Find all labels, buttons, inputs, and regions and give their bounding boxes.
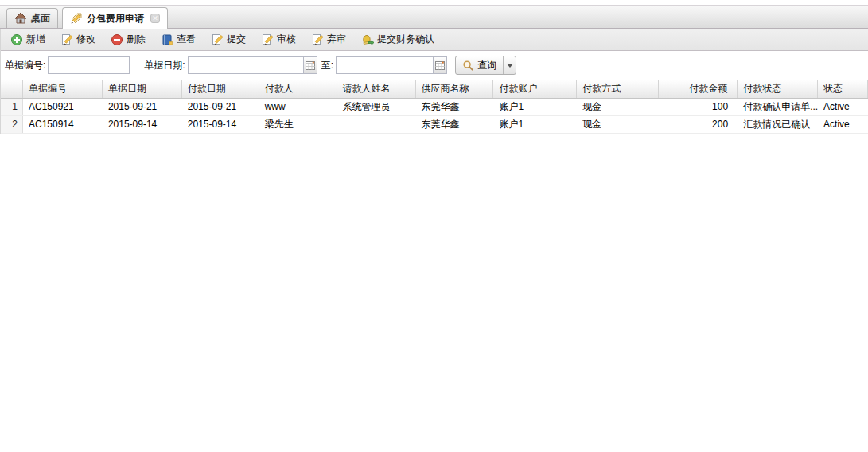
search-icon: [462, 60, 474, 72]
unaudit-button[interactable]: 弃审: [306, 30, 351, 49]
column-header[interactable]: 单据编号: [23, 80, 103, 98]
column-header[interactable]: 付款日期: [182, 80, 259, 98]
column-header[interactable]: 请款人姓名: [337, 80, 416, 98]
submit-icon: [211, 33, 224, 46]
button-label: 修改: [76, 33, 95, 46]
doc-no-label: 单据编号:: [5, 59, 45, 72]
column-header[interactable]: 付款金额: [659, 80, 738, 98]
filter-bar: 单据编号: 单据日期: 至:: [1, 51, 868, 80]
button-label: 查看: [177, 33, 196, 46]
home-icon: [14, 12, 27, 25]
table-cell: 系统管理员: [337, 99, 416, 115]
date-to-trigger[interactable]: [433, 56, 447, 74]
table-cell: 梁先生: [259, 116, 337, 133]
add-icon: [10, 33, 23, 46]
tab-label: 分包费用申请: [87, 12, 144, 25]
table-cell: 现金: [577, 99, 659, 115]
delete-button[interactable]: 删除: [106, 30, 150, 49]
button-label: 提交: [227, 33, 246, 46]
table-cell: 2015-09-21: [182, 99, 259, 115]
doc-date-label: 单据日期:: [144, 59, 185, 72]
table-cell: 100: [659, 99, 738, 115]
column-header[interactable]: 状态: [818, 80, 868, 98]
unaudit-icon: [311, 33, 324, 46]
close-icon[interactable]: ✕: [150, 14, 160, 23]
edit-icon: [60, 33, 73, 46]
column-header[interactable]: 付款账户: [493, 80, 577, 98]
grid-header: 单据编号单据日期付款日期付款人请款人姓名供应商名称付款账户付款方式付款金额付款状…: [1, 80, 868, 99]
table-row[interactable]: 1AC1509212015-09-212015-09-21www系统管理员东莞华…: [1, 99, 868, 116]
table-cell: 2015-09-14: [103, 116, 182, 133]
tab-bar: 桌面 分包费用申请 ✕: [0, 5, 868, 29]
table-row[interactable]: 2AC1509142015-09-142015-09-14梁先生东莞华鑫账户1现…: [1, 116, 868, 134]
table-cell: 2015-09-14: [182, 116, 259, 133]
table-cell: Active: [818, 116, 868, 133]
to-label: 至:: [321, 59, 333, 72]
finance-confirm-icon: [361, 33, 374, 46]
search-button[interactable]: 查询: [456, 56, 503, 74]
tab-desktop[interactable]: 桌面: [6, 8, 58, 28]
view-button[interactable]: 查看: [156, 30, 200, 49]
table-cell: 2015-09-21: [103, 99, 182, 115]
doc-no-input[interactable]: [48, 56, 130, 74]
table-cell: 汇款情况已确认: [738, 116, 818, 133]
button-label: 提交财务确认: [377, 33, 434, 46]
table-cell: Active: [818, 99, 868, 115]
grid-body: 1AC1509212015-09-212015-09-21www系统管理员东莞华…: [1, 99, 868, 134]
column-header[interactable]: 付款状态: [738, 80, 818, 98]
column-header[interactable]: 付款方式: [577, 80, 659, 98]
view-icon: [161, 33, 173, 46]
tag-pencil-icon: [70, 12, 83, 25]
add-button[interactable]: 新增: [6, 30, 50, 49]
row-number-cell: 1: [1, 99, 23, 115]
submit-finance-confirm-button[interactable]: 提交财务确认: [356, 30, 439, 49]
table-cell: 东莞华鑫: [416, 116, 494, 133]
row-number-cell: 2: [1, 116, 23, 133]
button-label: 审核: [277, 33, 296, 46]
search-split-button: 查询: [455, 56, 516, 75]
column-header[interactable]: 单据日期: [103, 80, 182, 98]
chevron-down-icon: [507, 64, 513, 68]
column-header[interactable]: 付款人: [259, 80, 337, 98]
date-to-input[interactable]: [336, 56, 433, 74]
tab-label: 桌面: [31, 12, 50, 25]
empty-area: [0, 134, 868, 452]
button-label: 新增: [26, 33, 45, 46]
submit-button[interactable]: 提交: [206, 30, 251, 49]
table-cell: AC150914: [23, 116, 103, 133]
content-panel: 新增 修改 删除: [0, 29, 868, 134]
search-button-label: 查询: [477, 59, 496, 72]
calendar-icon: [306, 60, 315, 70]
calendar-icon: [435, 60, 445, 70]
row-number-header: [1, 80, 23, 98]
table-cell: 付款确认申请单...: [738, 99, 818, 115]
table-cell: AC150921: [23, 99, 103, 115]
button-label: 弃审: [327, 33, 346, 46]
toolbar: 新增 修改 删除: [1, 29, 868, 51]
date-from-input[interactable]: [188, 56, 303, 74]
table-cell: 现金: [577, 116, 659, 133]
delete-icon: [111, 33, 123, 46]
table-cell: [337, 116, 416, 133]
tab-subcontract-fee[interactable]: 分包费用申请 ✕: [62, 7, 168, 29]
table-cell: 200: [659, 116, 738, 133]
table-cell: www: [259, 99, 337, 115]
edit-button[interactable]: 修改: [56, 30, 100, 49]
table-cell: 账户1: [493, 116, 577, 133]
table-cell: 账户1: [493, 99, 577, 115]
audit-button[interactable]: 审核: [256, 30, 301, 49]
table-cell: 东莞华鑫: [416, 99, 494, 115]
date-from-trigger[interactable]: [303, 56, 317, 74]
search-dropdown-arrow[interactable]: [504, 56, 516, 74]
column-header[interactable]: 供应商名称: [416, 80, 494, 98]
button-label: 删除: [127, 33, 146, 46]
audit-icon: [261, 33, 274, 46]
